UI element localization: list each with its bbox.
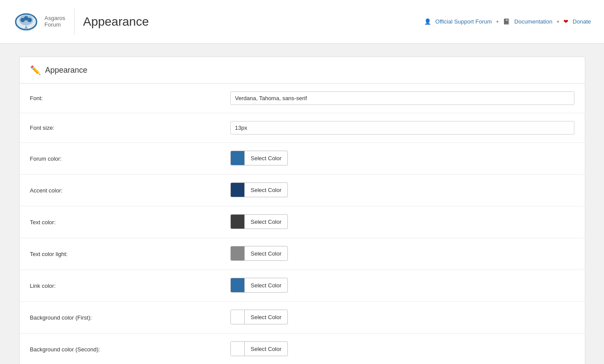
font-size-input[interactable] bbox=[230, 121, 574, 135]
form-row-bg-color-first: Background color (First):Select Color bbox=[20, 302, 585, 334]
control-bg-color-second: Select Color bbox=[230, 341, 574, 357]
text-color-swatch bbox=[231, 215, 245, 229]
nav-dot-2: • bbox=[557, 18, 559, 26]
accent-color-button[interactable]: Select Color bbox=[230, 182, 288, 197]
forum-color-swatch bbox=[231, 151, 245, 165]
pencil-icon: ✏️ bbox=[30, 65, 41, 75]
header-nav: 👤 Official Support Forum • 📓 Documentati… bbox=[424, 18, 591, 26]
main-content: ✏️ Appearance Font:Font size:Forum color… bbox=[10, 57, 594, 364]
form-row-forum-color: Forum color:Select Color bbox=[20, 143, 585, 175]
label-font-size-input: Font size: bbox=[30, 125, 230, 131]
logo-icon bbox=[13, 9, 39, 35]
form-row-bg-color-second: Background color (Second):Select Color bbox=[20, 334, 585, 364]
control-font-size-input bbox=[230, 121, 574, 135]
text-color-light-swatch bbox=[231, 246, 245, 260]
accent-color-swatch bbox=[231, 183, 245, 197]
label-bg-color-first: Background color (First): bbox=[30, 314, 230, 321]
form-row-font-size-input: Font size: bbox=[20, 113, 585, 143]
link-color-swatch bbox=[231, 278, 245, 292]
control-link-color: Select Color bbox=[230, 278, 574, 293]
control-bg-color-first: Select Color bbox=[230, 310, 574, 325]
appearance-section: ✏️ Appearance Font:Font size:Forum color… bbox=[19, 57, 585, 364]
bg-color-first-swatch bbox=[231, 310, 245, 324]
accent-color-label: Select Color bbox=[245, 184, 288, 196]
control-text-color-light: Select Color bbox=[230, 246, 574, 262]
header-left: Asgaros Forum Appearance bbox=[13, 9, 149, 35]
docs-icon: 📓 bbox=[503, 18, 510, 25]
bg-color-first-label: Select Color bbox=[245, 311, 288, 323]
logo-name: Asgaros bbox=[44, 15, 65, 21]
logo-text: Asgaros Forum bbox=[44, 15, 65, 28]
link-color-button[interactable]: Select Color bbox=[230, 278, 288, 293]
bg-color-second-button[interactable]: Select Color bbox=[230, 341, 288, 356]
label-bg-color-second: Background color (Second): bbox=[30, 346, 230, 353]
logo-area: Asgaros Forum bbox=[13, 9, 65, 35]
form-row-text-color-light: Text color light:Select Color bbox=[20, 238, 585, 270]
control-font-input bbox=[230, 91, 574, 105]
text-color-label: Select Color bbox=[245, 216, 288, 228]
logo-sub: Forum bbox=[44, 22, 65, 28]
label-text-color: Text color: bbox=[30, 219, 230, 226]
control-forum-color: Select Color bbox=[230, 151, 574, 166]
page-title: Appearance bbox=[83, 15, 149, 29]
label-accent-color: Accent color: bbox=[30, 187, 230, 194]
support-forum-link[interactable]: Official Support Forum bbox=[435, 18, 492, 25]
heart-icon: ❤ bbox=[564, 18, 568, 25]
bg-color-second-label: Select Color bbox=[245, 343, 288, 355]
label-link-color: Link color: bbox=[30, 283, 230, 289]
person-icon: 👤 bbox=[424, 18, 431, 25]
section-header: ✏️ Appearance bbox=[20, 57, 585, 84]
documentation-link[interactable]: Documentation bbox=[514, 18, 552, 25]
form-row-accent-color: Accent color:Select Color bbox=[20, 175, 585, 206]
control-text-color: Select Color bbox=[230, 214, 574, 230]
site-header: Asgaros Forum Appearance 👤 Official Supp… bbox=[0, 0, 604, 44]
form-row-link-color: Link color:Select Color bbox=[20, 270, 585, 302]
section-title: Appearance bbox=[45, 66, 88, 75]
bg-color-second-swatch bbox=[231, 342, 245, 356]
forum-color-label: Select Color bbox=[245, 152, 288, 164]
text-color-button[interactable]: Select Color bbox=[230, 214, 288, 229]
svg-point-5 bbox=[27, 18, 32, 22]
form-row-font-input: Font: bbox=[20, 84, 585, 113]
header-divider bbox=[74, 9, 74, 35]
label-font-input: Font: bbox=[30, 95, 230, 101]
text-color-light-label: Select Color bbox=[245, 248, 288, 260]
font-input[interactable] bbox=[230, 91, 574, 105]
forum-color-button[interactable]: Select Color bbox=[230, 151, 288, 165]
nav-dot-1: • bbox=[496, 18, 499, 26]
control-accent-color: Select Color bbox=[230, 182, 574, 198]
link-color-label: Select Color bbox=[245, 280, 288, 291]
form-row-text-color: Text color:Select Color bbox=[20, 206, 585, 238]
bg-color-first-button[interactable]: Select Color bbox=[230, 310, 288, 324]
label-text-color-light: Text color light: bbox=[30, 251, 230, 257]
form-rows-container: Font:Font size:Forum color:Select ColorA… bbox=[20, 84, 585, 364]
donate-link[interactable]: Donate bbox=[573, 18, 591, 25]
text-color-light-button[interactable]: Select Color bbox=[230, 246, 288, 261]
label-forum-color: Forum color: bbox=[30, 155, 230, 162]
